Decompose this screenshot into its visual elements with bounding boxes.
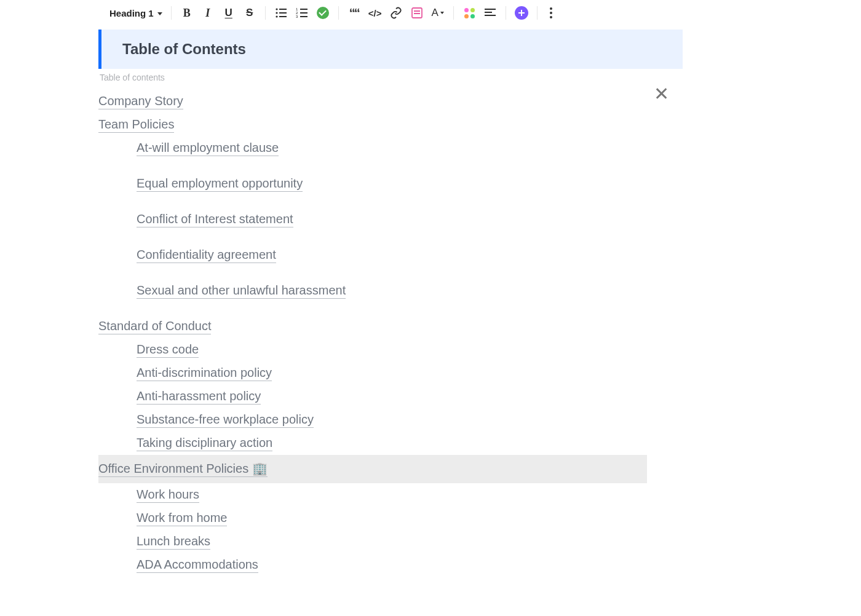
bullet-list-button[interactable] — [273, 5, 289, 21]
checklist-button[interactable] — [315, 5, 331, 21]
check-circle-icon — [317, 7, 329, 19]
toc-link[interactable]: Equal employment opportunity — [137, 176, 303, 192]
block-style-dropdown[interactable]: Heading 1 — [108, 7, 164, 20]
toc-list: Company StoryTeam PoliciesAt-will employ… — [98, 90, 647, 577]
toc-row: Anti-discrimination policy — [98, 361, 647, 385]
toolbar-separator — [506, 6, 506, 20]
svg-rect-17 — [485, 15, 496, 16]
toc-row: Confidentiality agreement — [98, 243, 647, 279]
toc-row: Dress code — [98, 338, 647, 361]
toc-link[interactable]: Standard of Conduct — [98, 318, 211, 334]
toc-row: ADA Accommodations — [98, 553, 647, 577]
toc-link[interactable]: Anti-harassment policy — [137, 389, 261, 405]
svg-point-4 — [276, 15, 277, 17]
toolbar-separator — [537, 6, 538, 20]
toc-link[interactable]: ADA Accommodations — [137, 557, 258, 573]
text-color-button[interactable]: A — [430, 5, 446, 21]
toc-row: Lunch breaks — [98, 530, 647, 553]
toc-title: Table of Contents — [122, 41, 662, 58]
svg-rect-11 — [300, 16, 308, 17]
toolbar-separator — [171, 6, 172, 20]
toc-link[interactable]: Work from home — [137, 510, 227, 526]
toc-row: Company Story — [98, 90, 647, 113]
toc-row: Equal employment opportunity — [98, 172, 647, 208]
toc-link[interactable]: Sexual and other unlawful harassment — [137, 283, 346, 299]
svg-rect-14 — [414, 13, 420, 14]
quote-button[interactable]: ““ — [346, 5, 362, 21]
bold-button[interactable]: B — [179, 5, 195, 21]
toc-row: At-will employment clause — [98, 136, 647, 172]
svg-rect-13 — [414, 10, 420, 12]
block-style-label: Heading 1 — [109, 8, 154, 18]
toc-link[interactable]: Substance-free workplace policy — [137, 412, 314, 428]
toc-row: Substance-free workplace policy — [98, 408, 647, 432]
toc-row: Team Policies — [98, 113, 647, 136]
svg-rect-1 — [279, 9, 287, 10]
svg-text:3: 3 — [296, 15, 298, 18]
svg-rect-7 — [300, 9, 308, 10]
add-block-button[interactable] — [514, 5, 530, 21]
toc-row: Work from home — [98, 507, 647, 530]
plus-circle-icon — [515, 6, 528, 20]
editor-toolbar: Heading 1 B I U S 1 2 3 ““ < — [0, 5, 861, 30]
svg-point-2 — [276, 12, 277, 14]
banner-button[interactable] — [409, 5, 425, 21]
toc-link[interactable]: Team Policies — [98, 117, 174, 133]
strikethrough-button[interactable]: S — [242, 5, 258, 21]
font-color-label: A — [432, 7, 438, 19]
more-options-button[interactable] — [545, 6, 557, 20]
toc-link[interactable]: Taking disciplinary action — [137, 435, 272, 451]
toolbar-separator — [453, 6, 454, 20]
toc-link[interactable]: Work hours — [137, 487, 199, 503]
link-button[interactable] — [388, 5, 404, 21]
toc-link[interactable]: Conflict of Interest statement — [137, 211, 293, 227]
toc-row: Office Environment Policies 🏢 — [98, 455, 647, 483]
toc-subtitle: Table of contents — [100, 73, 861, 82]
color-swatch-icon — [463, 7, 475, 19]
svg-rect-5 — [279, 16, 287, 17]
numbered-list-button[interactable]: 1 2 3 — [294, 5, 310, 21]
toc-link[interactable]: At-will employment clause — [137, 140, 279, 156]
code-button[interactable]: </> — [367, 5, 383, 21]
svg-rect-3 — [279, 12, 287, 14]
toc-link[interactable]: Company Story — [98, 93, 183, 109]
svg-rect-15 — [485, 9, 496, 10]
chevron-down-icon — [440, 12, 444, 14]
toc-link[interactable]: Office Environment Policies 🏢 — [98, 461, 268, 477]
svg-rect-16 — [485, 12, 492, 13]
toc-link[interactable]: Confidentiality agreement — [137, 247, 276, 263]
toc-row: Taking disciplinary action — [98, 432, 647, 455]
italic-button[interactable]: I — [200, 5, 216, 21]
toc-row: Conflict of Interest statement — [98, 208, 647, 243]
toc-banner[interactable]: Table of Contents — [98, 30, 683, 69]
svg-rect-9 — [300, 12, 308, 14]
close-button[interactable]: ✕ — [654, 85, 669, 103]
highlight-color-button[interactable] — [461, 5, 477, 21]
toc-row: Anti-harassment policy — [98, 385, 647, 408]
svg-point-0 — [276, 8, 277, 10]
toc-link[interactable]: Anti-discrimination policy — [137, 365, 272, 381]
toc-link[interactable]: Dress code — [137, 342, 199, 358]
close-icon: ✕ — [654, 84, 669, 104]
underline-button[interactable]: U — [221, 5, 237, 21]
toolbar-separator — [265, 6, 266, 20]
toc-link[interactable]: Lunch breaks — [137, 534, 210, 550]
align-button[interactable] — [482, 5, 498, 21]
toolbar-separator — [338, 6, 339, 20]
toc-row: Work hours — [98, 483, 647, 507]
toc-row: Standard of Conduct — [98, 315, 647, 338]
chevron-down-icon — [157, 12, 162, 15]
toc-row: Sexual and other unlawful harassment — [98, 279, 647, 315]
